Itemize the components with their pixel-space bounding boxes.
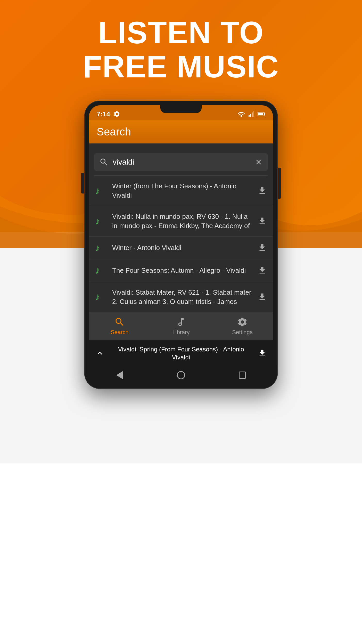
phone-outer-shell: 7:14	[84, 101, 278, 389]
phone-notch	[160, 105, 202, 113]
song-item[interactable]: ♪ Winter (from The Four Seasons) - Anton…	[89, 176, 273, 206]
phone-screen: 7:14	[89, 105, 273, 384]
nav-settings[interactable]: Settings	[212, 317, 273, 336]
status-icons	[237, 111, 265, 117]
wifi-icon	[237, 111, 245, 117]
now-playing-title: Vivaldi: Spring (From Four Seasons) - An…	[110, 345, 252, 361]
svg-rect-3	[252, 112, 253, 117]
bottom-navigation: Search Library Settings	[89, 312, 273, 340]
download-icon[interactable]	[258, 292, 267, 302]
app-bar-title: Search	[97, 126, 131, 138]
download-icon[interactable]	[258, 216, 267, 226]
settings-nav-icon	[237, 317, 248, 327]
search-input[interactable]: vivaldi	[113, 158, 250, 166]
svg-rect-4	[253, 111, 254, 117]
hero-line2: FREE MUSIC	[0, 50, 362, 84]
battery-icon	[258, 112, 265, 116]
nav-search-label: Search	[111, 329, 129, 336]
signal-icon	[248, 111, 254, 117]
nav-search[interactable]: Search	[89, 317, 150, 336]
song-list: ♪ Winter (from The Four Seasons) - Anton…	[89, 176, 273, 312]
nav-settings-label: Settings	[232, 329, 253, 336]
settings-icon	[113, 110, 120, 118]
recents-button[interactable]	[237, 370, 248, 380]
song-item[interactable]: ♪ Vivaldi: Stabat Mater, RV 621 - 1. Sta…	[89, 282, 273, 312]
home-circle-icon	[177, 371, 185, 379]
download-icon[interactable]	[258, 243, 267, 252]
search-box[interactable]: vivaldi	[94, 153, 268, 171]
download-icon[interactable]	[258, 186, 267, 195]
now-playing-download-icon[interactable]	[258, 349, 267, 358]
song-item[interactable]: ♪ Winter - Antonio Vivaldi	[89, 237, 273, 259]
music-note-icon: ♪	[95, 291, 107, 302]
phone-mockup: 7:14	[84, 101, 278, 389]
white-background	[0, 463, 362, 644]
hero-line1: LISTEN TO	[0, 15, 362, 50]
song-title: Vivaldi: Nulla in mundo pax, RV 630 - 1.…	[112, 212, 252, 231]
svg-rect-6	[264, 113, 265, 115]
recents-square-icon	[239, 372, 246, 379]
song-item[interactable]: ♪ Vivaldi: Nulla in mundo pax, RV 630 - …	[89, 206, 273, 237]
nav-library-label: Library	[172, 329, 190, 336]
svg-rect-7	[258, 113, 263, 115]
clear-search-icon[interactable]	[254, 158, 263, 166]
music-note-icon: ♪	[95, 242, 107, 253]
chevron-up-icon	[95, 349, 104, 358]
svg-rect-1	[249, 115, 250, 117]
status-time: 7:14	[97, 110, 110, 118]
download-icon[interactable]	[258, 266, 267, 275]
music-note-icon: ♪	[95, 216, 107, 227]
music-note-icon: ♪	[95, 185, 107, 196]
song-title: Winter - Antonio Vivaldi	[112, 243, 252, 252]
system-navigation	[89, 366, 273, 384]
hero-text: LISTEN TO FREE MUSIC	[0, 15, 362, 84]
song-item[interactable]: ♪ The Four Seasons: Autumn - Allegro - V…	[89, 259, 273, 282]
music-note-icon: ♪	[95, 265, 107, 276]
svg-rect-2	[250, 114, 251, 117]
library-nav-icon	[176, 317, 186, 327]
svg-point-0	[241, 116, 242, 117]
song-title: Winter (from The Four Seasons) - Antonio…	[112, 181, 252, 200]
now-playing-bar[interactable]: Vivaldi: Spring (From Four Seasons) - An…	[89, 340, 273, 366]
back-triangle-icon	[116, 371, 123, 379]
search-nav-icon	[114, 317, 125, 327]
back-button[interactable]	[114, 370, 125, 380]
search-icon	[99, 157, 109, 167]
home-button[interactable]	[176, 370, 186, 380]
nav-library[interactable]: Library	[150, 317, 212, 336]
app-bar: Search	[89, 120, 273, 143]
song-title: The Four Seasons: Autumn - Allegro - Viv…	[112, 266, 252, 275]
song-title: Vivaldi: Stabat Mater, RV 621 - 1. Staba…	[112, 288, 252, 307]
